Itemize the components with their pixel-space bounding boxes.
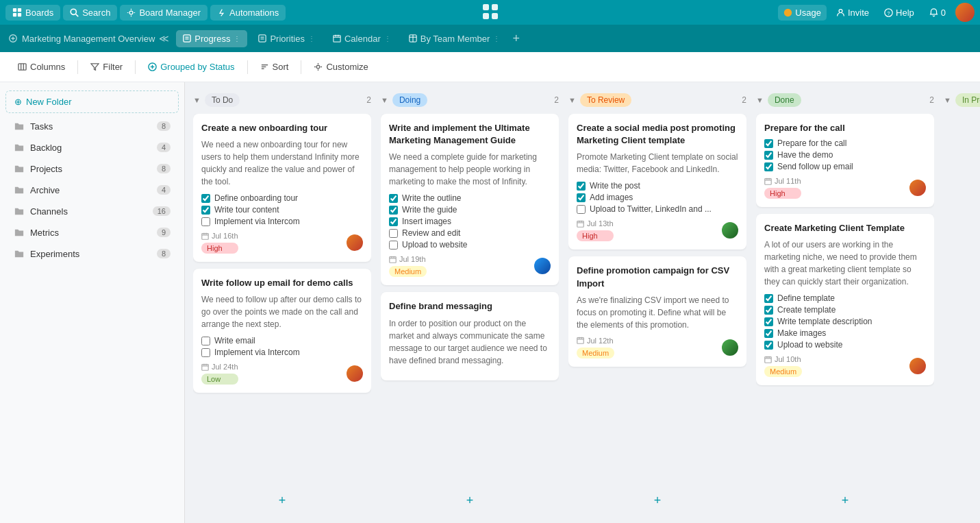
column-collapse-button[interactable]: ▼ xyxy=(568,96,576,104)
checkbox[interactable] xyxy=(201,337,210,345)
workspace-title: Marketing Management Overview xyxy=(8,34,155,44)
folder-icon xyxy=(14,142,25,153)
plus-icon: + xyxy=(654,494,662,507)
card-date: Jul 11th xyxy=(764,177,801,185)
priority-badge: High xyxy=(577,230,614,241)
sidebar-item-channels[interactable]: Channels 16 xyxy=(4,201,180,221)
checklist-item-label: Review and edit xyxy=(402,228,460,238)
checkbox[interactable] xyxy=(389,241,398,250)
card[interactable]: Prepare for the call Prepare for the cal… xyxy=(756,114,934,207)
help-button[interactable]: ? Help xyxy=(879,5,920,21)
checkbox[interactable] xyxy=(389,194,398,203)
automations-button[interactable]: Automations xyxy=(210,5,286,21)
checkbox[interactable] xyxy=(764,341,773,350)
card-checklist: Prepare for the call Have the demo Send … xyxy=(764,138,926,171)
view-bar: Marketing Management Overview ≪ Progress… xyxy=(0,25,980,52)
checkbox[interactable] xyxy=(764,294,773,303)
checklist-item: Define template xyxy=(764,293,926,303)
checkbox[interactable] xyxy=(577,193,586,202)
column-collapse-button[interactable]: ▼ xyxy=(193,96,201,104)
main-layout: ⊕ New Folder Tasks 8 Backlog 4 Projects … xyxy=(0,82,980,523)
card[interactable]: Create Marketing Client Template A lot o… xyxy=(756,214,934,385)
customize-button[interactable]: Customize xyxy=(307,58,375,75)
card-title: Create a social media post promoting Mar… xyxy=(577,122,738,147)
priority-badge: Medium xyxy=(577,348,614,358)
checkbox[interactable] xyxy=(577,182,586,191)
sidebar-item-backlog[interactable]: Backlog 4 xyxy=(4,137,180,158)
card-footer: Jul 12thMedium xyxy=(577,337,738,358)
card[interactable]: Create a new onboarding tour We need a n… xyxy=(193,114,371,262)
column-collapse-button[interactable]: ▼ xyxy=(944,96,951,104)
filter-button[interactable]: Filter xyxy=(84,58,129,75)
checkbox[interactable] xyxy=(577,205,586,214)
checkbox[interactable] xyxy=(389,206,398,215)
checkbox[interactable] xyxy=(764,162,773,171)
sidebar-item-projects[interactable]: Projects 8 xyxy=(4,158,180,179)
checkbox[interactable] xyxy=(764,151,773,160)
checklist-item: Write template description xyxy=(764,317,926,326)
checkbox[interactable] xyxy=(389,229,398,238)
sidebar-item-experiments[interactable]: Experiments 8 xyxy=(4,243,180,264)
sidebar-item-metrics[interactable]: Metrics 9 xyxy=(4,222,180,243)
add-card-button[interactable]: + xyxy=(756,489,934,512)
checkbox[interactable] xyxy=(764,306,773,315)
board-manager-button[interactable]: Board Manager xyxy=(120,5,208,21)
columns-button[interactable]: Columns xyxy=(11,58,72,75)
add-view-button[interactable]: + xyxy=(510,32,523,46)
checkbox[interactable] xyxy=(389,217,398,226)
toolbar-divider-4 xyxy=(301,60,301,74)
boards-button[interactable]: Boards xyxy=(5,5,60,21)
sidebar-item-archive[interactable]: Archive 4 xyxy=(4,180,180,200)
checklist-item-label: Upload to website xyxy=(402,240,467,250)
column-collapse-button[interactable]: ▼ xyxy=(381,96,388,104)
card[interactable]: Define brand messaging In order to posit… xyxy=(381,292,559,380)
column-count: 2 xyxy=(742,95,746,105)
checkbox[interactable] xyxy=(201,194,210,203)
user-avatar[interactable] xyxy=(955,3,975,22)
status-badge: Done xyxy=(768,93,801,107)
checkbox[interactable] xyxy=(764,317,773,326)
notifications-button[interactable]: 0 xyxy=(924,5,951,21)
collapse-sidebar-button[interactable]: ≪ xyxy=(156,33,172,44)
checklist-item: Upload to Twitter, LinkedIn and ... xyxy=(577,204,738,214)
new-folder-button[interactable]: ⊕ New Folder xyxy=(5,90,179,113)
tab-by-team[interactable]: By Team Member ⋮ xyxy=(402,30,507,47)
add-card-button[interactable]: + xyxy=(193,489,371,512)
checkbox[interactable] xyxy=(201,348,210,357)
checkbox[interactable] xyxy=(201,206,210,215)
tab-priorities[interactable]: Priorities ⋮ xyxy=(251,30,322,47)
tab-calendar[interactable]: Calendar ⋮ xyxy=(326,30,398,47)
checklist-item: Send follow up email xyxy=(764,162,926,171)
column-collapse-button[interactable]: ▼ xyxy=(756,96,764,104)
tab-progress[interactable]: Progress ⋮ xyxy=(176,30,247,47)
sidebar: ⊕ New Folder Tasks 8 Backlog 4 Projects … xyxy=(0,82,185,523)
column-count: 2 xyxy=(554,95,559,105)
svg-point-6 xyxy=(129,11,133,14)
card-description: Promote Marketing Client template on soc… xyxy=(577,151,738,175)
card-date: Jul 10th xyxy=(764,355,802,363)
card[interactable]: Write and implement the Ultimate Marketi… xyxy=(381,114,559,285)
sort-button[interactable]: Sort xyxy=(253,58,296,75)
search-button[interactable]: Search xyxy=(63,5,117,21)
checklist-item: Write email xyxy=(201,336,363,345)
checklist-item: Upload to website xyxy=(764,340,926,350)
card[interactable]: Define promotion campaign for CSV Import… xyxy=(568,256,746,366)
checkbox[interactable] xyxy=(764,139,773,148)
checkbox[interactable] xyxy=(764,329,773,338)
checkbox[interactable] xyxy=(201,217,210,226)
usage-button[interactable]: Usage xyxy=(778,5,827,21)
sidebar-item-tasks[interactable]: Tasks 8 xyxy=(4,116,180,136)
add-card-button[interactable]: + xyxy=(944,489,980,512)
add-card-button[interactable]: + xyxy=(381,489,559,512)
add-card-button[interactable]: + xyxy=(568,489,746,512)
svg-point-11 xyxy=(784,8,792,16)
invite-button[interactable]: Invite xyxy=(831,5,875,21)
grouped-by-status-button[interactable]: Grouped by Status xyxy=(141,58,241,75)
svg-rect-7 xyxy=(483,4,489,10)
card[interactable]: Create a social media post promoting Mar… xyxy=(568,114,746,250)
checklist-item-label: Have the demo xyxy=(777,150,833,160)
svg-rect-51 xyxy=(577,221,583,227)
column-header: ▼ Done 2 xyxy=(756,93,934,107)
card-avatar xyxy=(347,234,363,251)
card[interactable]: Write follow up email for demo calls We … xyxy=(193,269,371,393)
